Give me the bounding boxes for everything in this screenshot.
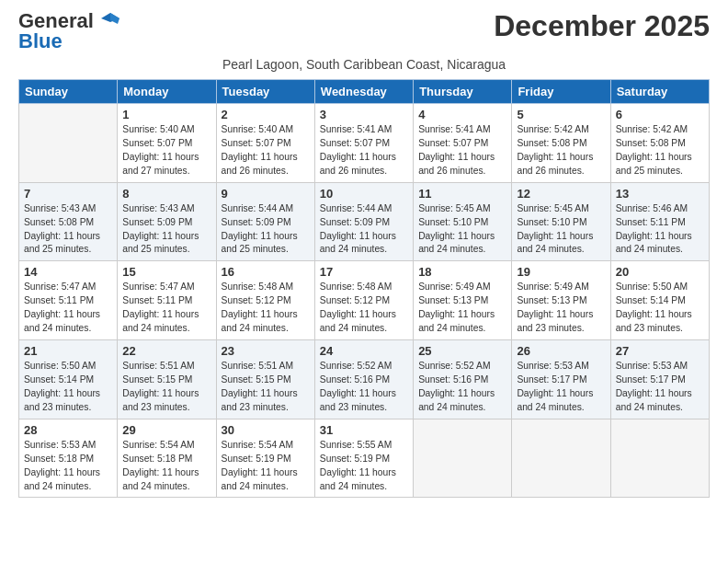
day-number: 30 <box>222 423 310 437</box>
calendar-day-cell: 3Sunrise: 5:41 AMSunset: 5:07 PMDaylight… <box>314 104 413 183</box>
calendar-day-cell: 1Sunrise: 5:40 AMSunset: 5:07 PMDaylight… <box>118 104 216 183</box>
day-info: Sunrise: 5:42 AMSunset: 5:08 PMDaylight:… <box>517 123 605 178</box>
day-info: Sunrise: 5:49 AMSunset: 5:13 PMDaylight:… <box>517 281 605 336</box>
calendar-day-cell: 25Sunrise: 5:52 AMSunset: 5:16 PMDayligh… <box>414 340 512 419</box>
day-info: Sunrise: 5:50 AMSunset: 5:14 PMDaylight:… <box>616 281 704 336</box>
day-number: 22 <box>122 344 210 358</box>
day-info: Sunrise: 5:40 AMSunset: 5:07 PMDaylight:… <box>122 123 210 178</box>
day-number: 2 <box>222 108 310 121</box>
weekday-header-friday: Friday <box>512 80 610 104</box>
calendar-day-cell: 29Sunrise: 5:54 AMSunset: 5:18 PMDayligh… <box>118 419 216 498</box>
day-info: Sunrise: 5:48 AMSunset: 5:12 PMDaylight:… <box>320 281 408 336</box>
calendar-day-cell: 9Sunrise: 5:44 AMSunset: 5:09 PMDaylight… <box>216 182 314 261</box>
day-number: 26 <box>517 344 605 358</box>
calendar-table: SundayMondayTuesdayWednesdayThursdayFrid… <box>18 79 710 498</box>
calendar-day-cell: 7Sunrise: 5:43 AMSunset: 5:08 PMDaylight… <box>19 182 118 261</box>
day-number: 29 <box>122 423 210 437</box>
calendar-day-cell: 12Sunrise: 5:45 AMSunset: 5:10 PMDayligh… <box>512 182 610 261</box>
day-number: 13 <box>616 187 704 201</box>
calendar-week-row: 21Sunrise: 5:50 AMSunset: 5:14 PMDayligh… <box>19 340 710 419</box>
calendar-day-cell: 21Sunrise: 5:50 AMSunset: 5:14 PMDayligh… <box>19 340 118 419</box>
day-info: Sunrise: 5:51 AMSunset: 5:15 PMDaylight:… <box>122 360 210 415</box>
weekday-header-monday: Monday <box>118 80 216 104</box>
calendar-day-cell: 26Sunrise: 5:53 AMSunset: 5:17 PMDayligh… <box>512 340 610 419</box>
calendar-day-cell: 5Sunrise: 5:42 AMSunset: 5:08 PMDaylight… <box>512 104 610 183</box>
logo-bird-icon <box>94 11 119 31</box>
day-number: 6 <box>616 108 704 121</box>
page-header: General Blue December 2025 <box>18 9 710 53</box>
day-info: Sunrise: 5:45 AMSunset: 5:10 PMDaylight:… <box>418 202 506 258</box>
calendar-day-cell <box>414 419 512 498</box>
day-number: 28 <box>24 423 112 437</box>
day-info: Sunrise: 5:44 AMSunset: 5:09 PMDaylight:… <box>320 202 408 258</box>
calendar-day-cell: 11Sunrise: 5:45 AMSunset: 5:10 PMDayligh… <box>414 182 512 261</box>
day-number: 15 <box>122 265 210 279</box>
calendar-week-row: 7Sunrise: 5:43 AMSunset: 5:08 PMDaylight… <box>19 182 710 261</box>
day-number: 27 <box>616 344 704 358</box>
day-number: 4 <box>418 108 506 121</box>
day-info: Sunrise: 5:54 AMSunset: 5:18 PMDaylight:… <box>122 439 210 494</box>
day-number: 3 <box>320 108 408 121</box>
day-info: Sunrise: 5:43 AMSunset: 5:09 PMDaylight:… <box>122 202 210 258</box>
day-info: Sunrise: 5:47 AMSunset: 5:11 PMDaylight:… <box>24 281 112 336</box>
calendar-day-cell: 13Sunrise: 5:46 AMSunset: 5:11 PMDayligh… <box>610 182 709 261</box>
calendar-day-cell: 8Sunrise: 5:43 AMSunset: 5:09 PMDaylight… <box>118 182 216 261</box>
day-info: Sunrise: 5:45 AMSunset: 5:10 PMDaylight:… <box>517 202 605 258</box>
weekday-header-sunday: Sunday <box>19 80 118 104</box>
calendar-week-row: 28Sunrise: 5:53 AMSunset: 5:18 PMDayligh… <box>19 419 710 498</box>
day-info: Sunrise: 5:44 AMSunset: 5:09 PMDaylight:… <box>222 202 310 258</box>
calendar-day-cell: 23Sunrise: 5:51 AMSunset: 5:15 PMDayligh… <box>216 340 314 419</box>
day-info: Sunrise: 5:53 AMSunset: 5:18 PMDaylight:… <box>24 439 112 494</box>
weekday-header-thursday: Thursday <box>414 80 512 104</box>
day-info: Sunrise: 5:43 AMSunset: 5:08 PMDaylight:… <box>24 202 112 258</box>
day-info: Sunrise: 5:55 AMSunset: 5:19 PMDaylight:… <box>320 439 408 494</box>
calendar-day-cell: 24Sunrise: 5:52 AMSunset: 5:16 PMDayligh… <box>314 340 413 419</box>
calendar-day-cell: 31Sunrise: 5:55 AMSunset: 5:19 PMDayligh… <box>314 419 413 498</box>
day-number: 14 <box>24 265 112 279</box>
day-number: 17 <box>320 265 408 279</box>
day-number: 20 <box>616 265 704 279</box>
day-number: 12 <box>517 187 605 201</box>
calendar-day-cell: 18Sunrise: 5:49 AMSunset: 5:13 PMDayligh… <box>414 261 512 340</box>
day-info: Sunrise: 5:53 AMSunset: 5:17 PMDaylight:… <box>616 360 704 415</box>
calendar-day-cell: 2Sunrise: 5:40 AMSunset: 5:07 PMDaylight… <box>216 104 314 183</box>
calendar-day-cell: 14Sunrise: 5:47 AMSunset: 5:11 PMDayligh… <box>19 261 118 340</box>
day-number: 5 <box>517 108 605 121</box>
calendar-week-row: 1Sunrise: 5:40 AMSunset: 5:07 PMDaylight… <box>19 104 710 183</box>
day-number: 7 <box>24 187 112 201</box>
weekday-header-wednesday: Wednesday <box>314 80 413 104</box>
location-subtitle: Pearl Lagoon, South Caribbean Coast, Nic… <box>18 57 710 72</box>
day-info: Sunrise: 5:52 AMSunset: 5:16 PMDaylight:… <box>320 360 408 415</box>
calendar-day-cell <box>512 419 610 498</box>
calendar-day-cell: 28Sunrise: 5:53 AMSunset: 5:18 PMDayligh… <box>19 419 118 498</box>
calendar-day-cell <box>19 104 118 183</box>
calendar-day-cell: 6Sunrise: 5:42 AMSunset: 5:08 PMDaylight… <box>610 104 709 183</box>
calendar-header-row: SundayMondayTuesdayWednesdayThursdayFrid… <box>19 80 710 104</box>
calendar-day-cell: 27Sunrise: 5:53 AMSunset: 5:17 PMDayligh… <box>610 340 709 419</box>
calendar-day-cell: 17Sunrise: 5:48 AMSunset: 5:12 PMDayligh… <box>314 261 413 340</box>
day-number: 16 <box>222 265 310 279</box>
calendar-week-row: 14Sunrise: 5:47 AMSunset: 5:11 PMDayligh… <box>19 261 710 340</box>
day-number: 24 <box>320 344 408 358</box>
day-info: Sunrise: 5:42 AMSunset: 5:08 PMDaylight:… <box>616 123 704 178</box>
day-info: Sunrise: 5:40 AMSunset: 5:07 PMDaylight:… <box>222 123 310 178</box>
day-info: Sunrise: 5:53 AMSunset: 5:17 PMDaylight:… <box>517 360 605 415</box>
day-info: Sunrise: 5:52 AMSunset: 5:16 PMDaylight:… <box>418 360 506 415</box>
day-info: Sunrise: 5:51 AMSunset: 5:15 PMDaylight:… <box>222 360 310 415</box>
day-number: 21 <box>24 344 112 358</box>
calendar-day-cell: 20Sunrise: 5:50 AMSunset: 5:14 PMDayligh… <box>610 261 709 340</box>
weekday-header-saturday: Saturday <box>610 80 709 104</box>
day-info: Sunrise: 5:49 AMSunset: 5:13 PMDaylight:… <box>418 281 506 336</box>
svg-marker-1 <box>110 13 119 24</box>
day-info: Sunrise: 5:50 AMSunset: 5:14 PMDaylight:… <box>24 360 112 415</box>
calendar-day-cell: 30Sunrise: 5:54 AMSunset: 5:19 PMDayligh… <box>216 419 314 498</box>
day-number: 1 <box>122 108 210 121</box>
calendar-day-cell: 15Sunrise: 5:47 AMSunset: 5:11 PMDayligh… <box>118 261 216 340</box>
calendar-day-cell: 4Sunrise: 5:41 AMSunset: 5:07 PMDaylight… <box>414 104 512 183</box>
day-info: Sunrise: 5:48 AMSunset: 5:12 PMDaylight:… <box>222 281 310 336</box>
calendar-day-cell: 19Sunrise: 5:49 AMSunset: 5:13 PMDayligh… <box>512 261 610 340</box>
day-number: 31 <box>320 423 408 437</box>
day-info: Sunrise: 5:46 AMSunset: 5:11 PMDaylight:… <box>616 202 704 258</box>
calendar-day-cell: 22Sunrise: 5:51 AMSunset: 5:15 PMDayligh… <box>118 340 216 419</box>
day-number: 18 <box>418 265 506 279</box>
